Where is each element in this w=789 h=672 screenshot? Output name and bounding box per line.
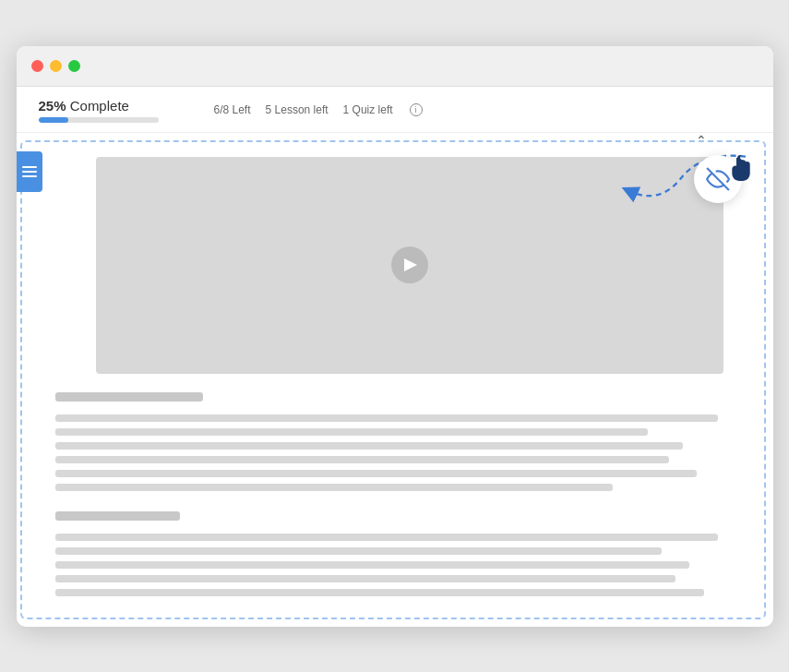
text-line [55,484,614,491]
text-line [55,589,704,596]
text-content [55,392,764,596]
info-icon[interactable]: i [410,103,423,116]
svg-rect-0 [22,166,37,168]
video-player[interactable] [96,157,723,374]
cursor-hand-svg [723,151,757,185]
close-button[interactable] [31,60,43,72]
play-button[interactable] [391,246,428,283]
content-area: ⌃ [20,140,766,619]
text-line [55,534,718,541]
text-line [55,456,669,463]
minimize-button[interactable] [50,60,62,72]
text-line [55,470,698,477]
main-area: ⌃ [17,133,773,627]
text-line [55,428,649,436]
progress-label: 25% Complete [39,98,159,114]
text-line [55,575,676,582]
sidebar-toggle-button[interactable] [17,151,42,192]
section2-title-skeleton [55,511,180,521]
hand-cursor-icon [723,151,757,185]
svg-rect-2 [22,175,37,177]
progress-bar-fill [39,117,69,123]
progress-bar-track [39,117,159,123]
progress-text: Complete [70,98,129,114]
maximize-button[interactable] [68,60,80,72]
chevron-up-icon[interactable]: ⌃ [692,131,711,150]
svg-rect-1 [22,171,37,173]
text-line [55,442,683,450]
quiz-left: 1 Quiz left [343,103,393,116]
text-line [55,547,663,555]
section-title-skeleton [55,392,203,402]
app-window: 25% Complete 6/8 Left 5 Lesson left 1 Qu… [17,46,773,627]
progress-stats: 6/8 Left 5 Lesson left 1 Quiz left i [214,103,423,116]
left-count: 6/8 Left [214,103,251,116]
text-line [55,561,690,569]
menu-icon [22,164,37,179]
traffic-lights [31,60,80,72]
progress-section: 25% Complete [39,98,159,123]
progress-header: 25% Complete 6/8 Left 5 Lesson left 1 Qu… [17,87,773,133]
progress-percent: 25% [39,98,66,114]
text-line [55,414,718,422]
title-bar [17,46,773,87]
lessons-left: 5 Lesson left [266,103,329,116]
